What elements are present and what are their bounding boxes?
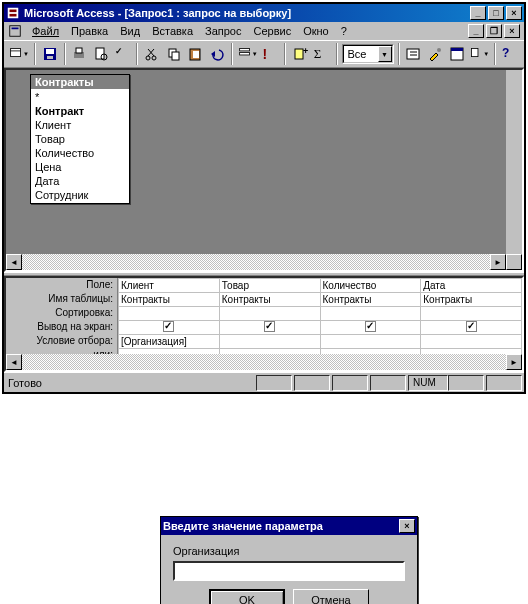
help-button[interactable]: ?: [500, 43, 520, 65]
print-button[interactable]: [70, 43, 90, 65]
cell-sort[interactable]: [219, 307, 320, 321]
menu-tools[interactable]: Сервис: [247, 24, 297, 38]
scroll-right-icon[interactable]: ►: [506, 354, 522, 370]
svg-point-17: [152, 56, 156, 60]
cut-button[interactable]: [142, 43, 162, 65]
mdi-minimize-button[interactable]: _: [468, 24, 484, 38]
field-item[interactable]: Контракт: [31, 104, 129, 118]
menu-query[interactable]: Запрос: [199, 24, 247, 38]
status-text: Готово: [4, 377, 256, 389]
new-object-button[interactable]: ▼: [468, 43, 490, 65]
field-item[interactable]: Дата: [31, 174, 129, 188]
table-fieldlist[interactable]: Контракты * Контракт Клиент Товар Количе…: [30, 74, 130, 204]
cell-table[interactable]: Контракты: [119, 293, 220, 307]
cell-sort[interactable]: [119, 307, 220, 321]
cell-field[interactable]: Количество: [320, 279, 421, 293]
row-or: [119, 349, 522, 355]
cell-criteria[interactable]: [219, 335, 320, 349]
query-type-button[interactable]: ▼: [237, 43, 259, 65]
copy-button[interactable]: [164, 43, 184, 65]
cell-field[interactable]: Дата: [421, 279, 522, 293]
label-sort: Сортировка:: [6, 306, 117, 320]
field-item[interactable]: Клиент: [31, 118, 129, 132]
cell-sort[interactable]: [421, 307, 522, 321]
cancel-button[interactable]: Отмена: [293, 589, 369, 604]
svg-rect-32: [451, 48, 463, 51]
undo-button[interactable]: [207, 43, 227, 65]
menu-view[interactable]: Вид: [114, 24, 146, 38]
mdi-restore-button[interactable]: ❐: [486, 24, 502, 38]
run-button[interactable]: !: [261, 43, 281, 65]
menu-file[interactable]: Файл: [26, 24, 65, 38]
save-button[interactable]: [40, 43, 60, 65]
dialog-close-button[interactable]: ×: [399, 519, 415, 533]
cell-table[interactable]: Контракты: [219, 293, 320, 307]
cell-table[interactable]: Контракты: [320, 293, 421, 307]
row-sort: [119, 307, 522, 321]
preview-button[interactable]: [91, 43, 111, 65]
dropdown-icon[interactable]: ▼: [378, 46, 392, 62]
qbe-horizontal-scrollbar[interactable]: ◄ ►: [6, 354, 522, 370]
field-item[interactable]: *: [31, 90, 129, 104]
statusbar: Готово NUM: [4, 372, 524, 392]
field-item[interactable]: Количество: [31, 146, 129, 160]
mdi-icon[interactable]: [8, 24, 22, 38]
cell-sort[interactable]: [320, 307, 421, 321]
table-fieldlist-title[interactable]: Контракты: [31, 75, 129, 89]
svg-rect-19: [172, 52, 179, 60]
build-button[interactable]: [425, 43, 445, 65]
maximize-button[interactable]: □: [488, 6, 504, 20]
cell-or[interactable]: [320, 349, 421, 355]
cell-criteria[interactable]: [320, 335, 421, 349]
properties-button[interactable]: [404, 43, 424, 65]
scroll-right-icon[interactable]: ►: [490, 254, 506, 270]
menu-edit[interactable]: Правка: [65, 24, 114, 38]
cell-or[interactable]: [119, 349, 220, 355]
close-button[interactable]: ×: [506, 6, 522, 20]
svg-rect-21: [193, 51, 199, 58]
field-item[interactable]: Сотрудник: [31, 188, 129, 202]
label-show: Вывод на экран:: [6, 320, 117, 334]
cell-table[interactable]: Контракты: [421, 293, 522, 307]
row-table: Контракты Контракты Контракты Контракты: [119, 293, 522, 307]
menu-window[interactable]: Окно: [297, 24, 335, 38]
cell-show[interactable]: [219, 321, 320, 335]
cell-field[interactable]: Товар: [219, 279, 320, 293]
paste-button[interactable]: [186, 43, 206, 65]
totals-button[interactable]: Σ: [312, 43, 332, 65]
cell-or[interactable]: [421, 349, 522, 355]
top-values-combo[interactable]: Все ▼: [342, 44, 394, 64]
db-window-button[interactable]: [447, 43, 467, 65]
mdi-close-button[interactable]: ×: [504, 24, 520, 38]
checkbox-icon: [365, 321, 376, 332]
checkbox-icon: [466, 321, 477, 332]
status-pane: [332, 375, 368, 391]
svg-rect-25: [295, 49, 303, 59]
view-button[interactable]: ▼: [8, 43, 30, 65]
svg-rect-11: [76, 48, 82, 53]
qbe-grid: Поле: Имя таблицы: Сортировка: Вывод на …: [4, 276, 524, 372]
cell-criteria[interactable]: [Организация]: [119, 335, 220, 349]
vertical-scrollbar[interactable]: [506, 70, 522, 254]
parameter-input[interactable]: [173, 561, 405, 581]
field-item[interactable]: Товар: [31, 132, 129, 146]
cell-show[interactable]: [320, 321, 421, 335]
cell-show[interactable]: [421, 321, 522, 335]
cell-criteria[interactable]: [421, 335, 522, 349]
cell-field[interactable]: Клиент: [119, 279, 220, 293]
ok-button[interactable]: OK: [209, 589, 285, 604]
field-item[interactable]: Цена: [31, 160, 129, 174]
horizontal-scrollbar[interactable]: ◄ ►: [6, 254, 522, 270]
menu-insert[interactable]: Вставка: [146, 24, 199, 38]
svg-rect-4: [12, 28, 19, 30]
show-table-button[interactable]: +: [290, 43, 310, 65]
qbe-cells[interactable]: Клиент Товар Количество Дата Контракты К…: [118, 278, 522, 354]
spelling-button[interactable]: ✓: [113, 43, 133, 65]
cell-show[interactable]: [119, 321, 220, 335]
scroll-left-icon[interactable]: ◄: [6, 354, 22, 370]
cell-or[interactable]: [219, 349, 320, 355]
scroll-left-icon[interactable]: ◄: [6, 254, 22, 270]
menu-help[interactable]: ?: [335, 24, 353, 38]
scroll-corner: [506, 254, 522, 270]
minimize-button[interactable]: _: [470, 6, 486, 20]
